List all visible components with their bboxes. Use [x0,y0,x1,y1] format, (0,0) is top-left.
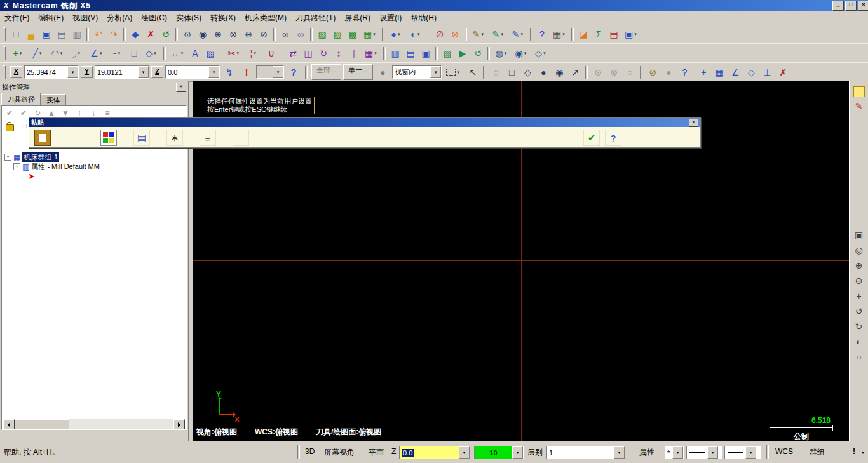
dynamic-rotate-button[interactable]: ↺ [851,304,867,318]
insert-arrow-icon[interactable]: ➤ [28,172,35,180]
x-coordinate-combo[interactable]: 25.39474 ▾ [24,65,79,79]
create-point-button[interactable]: +▾ [8,46,28,60]
prompt-help-button[interactable]: ? [286,65,301,79]
collapse-icon[interactable]: - [4,154,11,161]
z-depth-combo[interactable]: 0.0 ▾ [399,446,470,459]
delete-entities-button[interactable]: ✗ [143,27,158,41]
create-line-button-dropdown[interactable]: ▾ [38,51,43,56]
redo-button[interactable]: ↷ [106,27,121,41]
window-shape-button[interactable]: ▾ [444,65,463,79]
menu-toolpaths[interactable]: 刀具路径(T) [291,11,340,25]
xform-array-button[interactable]: ▦▾ [362,46,381,60]
smart-snap-button[interactable]: ◇ [743,65,759,79]
xform-offset-button[interactable]: ∥ [346,46,362,60]
regen-selected-button[interactable]: ✔ [17,107,30,119]
refit-button[interactable]: ◎ [851,243,867,257]
xform-scale-button[interactable]: ↕ [331,46,346,60]
material-list-button[interactable]: ▣ [418,46,433,60]
tree-row-properties[interactable]: + ▥ 属性 - Mill Default MM [2,162,186,171]
machine-group-label[interactable]: 机床群组-1 [22,152,59,162]
feature-recognition-button[interactable]: ◍▾ [492,46,512,60]
menu-settings[interactable]: 设置(I) [375,11,406,25]
shading-toggle-button[interactable]: ◐ [851,335,867,348]
expand-icon[interactable]: + [13,163,20,170]
report-button[interactable]: ▤ [606,27,621,41]
create-rectangle-button[interactable]: □ [126,46,142,60]
create-arc-button-dropdown[interactable]: ▾ [59,51,64,56]
menu-file[interactable]: 文件(F) [0,11,34,25]
point-style-combo[interactable]: * ▾ [665,446,684,459]
spin-view-button[interactable]: ↻ [851,319,867,333]
3d-toggle-button[interactable]: 3D [302,446,317,457]
toolbar-drag-handle[interactable] [3,27,6,41]
utilities-button[interactable]: ◇▾ [531,46,551,60]
pan-button[interactable]: + [851,289,867,302]
create-arc-button[interactable]: ◠▾ [48,46,67,60]
control-def-button[interactable]: ▤ [403,46,418,60]
point-style-value[interactable]: * [665,449,672,457]
grid-settings-button[interactable]: ▦▾ [550,27,569,41]
wcs-pencil-button[interactable]: ✎▾ [508,27,528,41]
selection-bar-handle[interactable] [3,65,6,79]
create-polygon-button-dropdown[interactable]: ▾ [153,51,158,56]
wcs-pencil-button-dropdown[interactable]: ▾ [519,32,524,37]
point-style-dropdown[interactable]: ▾ [672,446,683,459]
zoom-target-button[interactable]: ◉ [195,27,210,41]
polygon-select-button[interactable]: ◇ [520,65,535,79]
sphere-cursor-button[interactable]: ● [375,65,390,79]
xform-array-button-dropdown[interactable]: ▾ [373,51,378,56]
note-icon[interactable] [853,86,865,97]
fastpoint-button[interactable]: ↯ [222,65,237,79]
gview-section-button-dropdown[interactable]: ▾ [416,32,421,37]
zoom-in-out-button[interactable]: ⊕ [210,27,226,41]
help-topics-button[interactable]: ▣▾ [621,27,641,41]
unzoom-button[interactable]: ⊖ [241,27,256,41]
outside-toggle-button[interactable]: ○ [622,65,637,79]
menu-create[interactable]: 绘图(C) [137,11,172,25]
join-button[interactable]: ∪ [264,46,279,60]
right-view-button-dropdown[interactable]: ▾ [372,32,377,37]
zoom-out-button[interactable]: ⊖ [851,274,867,287]
paste-ribbon-titlebar[interactable]: 粘贴 × [29,118,700,127]
paste-ribbon-close-button[interactable]: × [689,119,698,127]
create-spline-button-dropdown[interactable]: ▾ [117,51,122,56]
set-color-button[interactable] [100,130,117,146]
angle-snap-button[interactable]: ∠ [728,65,743,79]
create-chamfer-button-dropdown[interactable]: ▾ [98,51,104,56]
create-point-button-dropdown[interactable]: ▾ [18,51,24,56]
select-cursor-button[interactable]: ↖ [465,65,480,79]
menu-solids[interactable]: 实体(S) [172,11,206,25]
fit-screen-button[interactable]: ▣ [851,228,867,241]
dimension-button-dropdown[interactable]: ▾ [180,51,185,56]
scrollbar-thumb[interactable] [15,419,69,430]
intersect-toggle-button[interactable]: ⊗ [606,65,621,79]
set-line-style-button[interactable]: ≡ [200,130,216,146]
y-coordinate-combo[interactable]: 19.0121 ▾ [95,65,149,79]
x-coordinate-dropdown[interactable]: ▾ [67,66,78,78]
wireframe-toggle-button[interactable]: ○ [851,350,867,363]
line-style-dropdown[interactable]: ▾ [707,446,718,459]
color-combo[interactable]: 10 ▾ [474,446,524,459]
tree-row-insert-position[interactable]: ➤ [2,171,186,181]
menu-edit[interactable]: 编辑(E) [34,11,68,25]
stock-setup-button[interactable]: ▧ [440,46,455,60]
unblank-entity-button[interactable]: ⊘ [447,27,463,41]
trim-button[interactable]: ✂▾ [224,46,244,60]
x-coordinate-value[interactable]: 25.39474 [25,69,67,76]
create-fillet-button-dropdown[interactable]: ▾ [76,51,81,56]
repaint-button[interactable]: ∞ [293,27,308,41]
tplane-pencil-button[interactable]: ✎▾ [489,27,508,41]
dimension-button[interactable]: ↔▾ [168,46,187,60]
create-chamfer-button[interactable]: ∠▾ [87,46,107,60]
front-view-button[interactable]: ▩ [345,27,360,41]
color-dropdown[interactable]: ▾ [512,446,523,459]
set-level-button[interactable]: ▤ [133,130,150,146]
xform-mirror-button[interactable]: ◫ [301,46,316,60]
y-coordinate-button[interactable]: Y [81,66,93,78]
alert-status-dropdown[interactable]: ▾ [859,448,867,457]
menu-screen[interactable]: 屏幕(R) [340,11,375,25]
gview-sphere-button[interactable]: ●▾ [386,27,406,41]
create-fillet-button[interactable]: ◞▾ [67,46,87,60]
z-depth-dropdown[interactable]: ▾ [459,446,470,459]
z-coordinate-button[interactable]: Z [151,66,163,78]
